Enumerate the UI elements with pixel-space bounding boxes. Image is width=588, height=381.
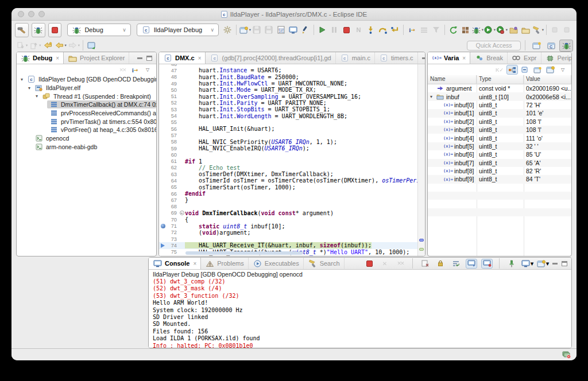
code-line[interactable]: 70{ (159, 216, 417, 223)
overview-ruler[interactable] (417, 64, 425, 256)
minimize-panel-icon[interactable] (137, 57, 142, 59)
variable-row[interactable]: (x)=inbuf[7]uint8_t65 'A' (428, 159, 571, 167)
cpp-perspective-button[interactable]: C (544, 40, 558, 52)
maximize-panel-icon[interactable] (562, 261, 567, 266)
save-all-button[interactable] (263, 23, 275, 37)
debug-tree-item[interactable]: arm-none-eabi-gdb (17, 143, 156, 151)
variables-table-header[interactable]: Name Type Value (428, 75, 571, 84)
instruction-stepping-button[interactable]: i→ (406, 23, 418, 37)
show-logical-structures-button[interactable] (506, 65, 518, 75)
debug-tree-item[interactable]: prvProcessReceivedCommands() at time (17, 109, 156, 118)
terminate-launch-button[interactable] (48, 23, 62, 37)
breakpoint-icon[interactable] (161, 224, 165, 228)
debug-attach-button[interactable] (32, 23, 45, 37)
background-jobs-icon[interactable] (562, 351, 571, 359)
variable-row[interactable]: (x)=inbuf[4]uint8_t111 'o' (428, 134, 571, 142)
new-variables-view-button[interactable] (532, 65, 543, 75)
remove-all-terminated-button[interactable]: ✕✕ (117, 65, 128, 75)
code-line[interactable]: 49 huart.Init.HwFlowCtl = UART_HWCONTROL… (159, 80, 417, 87)
view-menu-button[interactable]: ▽ (142, 65, 153, 75)
titlebar[interactable]: c IldaPlayer - IldaPlayer/src/DMX.c - Ec… (11, 8, 577, 21)
code-line[interactable]: 66#endif (159, 190, 417, 197)
code-line[interactable]: 50 huart.Init.Mode = UART_MODE_TX_RX; (159, 87, 417, 93)
use-step-filters-button[interactable] (430, 23, 442, 37)
expander-icon[interactable]: ▾ (34, 94, 40, 99)
next-annotation-button[interactable]: ▾ (15, 38, 28, 52)
tab-varia[interactable]: (x)=Varia× (428, 52, 470, 64)
forward-history-button[interactable]: ▾ (67, 38, 80, 52)
disconnect-button[interactable]: N (353, 23, 365, 37)
refresh-debug-views-button[interactable] (447, 23, 459, 37)
current-line-marker[interactable] (419, 248, 424, 251)
tab-break[interactable]: Break (470, 52, 508, 64)
code-line[interactable]: 55 (159, 119, 417, 126)
variable-row[interactable]: argumentconst void *0x20001690 <u... (428, 84, 571, 92)
code-line[interactable]: 68 (159, 204, 417, 210)
code-line[interactable]: 67} (159, 197, 417, 203)
show-on-stderr-button[interactable] (481, 259, 493, 269)
maximize-panel-icon[interactable] (146, 56, 152, 61)
remove-launch-button[interactable]: ✕ (379, 259, 390, 269)
debug-tree-item[interactable]: ▾Thread #1 (Suspended : Breakpoint) (17, 92, 156, 100)
code-line[interactable]: 64 osTimerId osTimer = osTimerCreate(osT… (159, 177, 417, 184)
tab-timers-c[interactable]: ctimers.c (375, 52, 418, 64)
code-line[interactable]: 74 HAL_UART_Receive_IT(&huart, inbuf, si… (159, 242, 417, 248)
variable-row[interactable]: (x)=inbuf[0]uint8_t72 'H' (428, 101, 571, 109)
save-button[interactable] (251, 23, 263, 37)
tab-project-explorer[interactable]: Project Explorer (64, 52, 129, 64)
quick-access-input[interactable]: Quick Access (467, 41, 521, 50)
last-edit-location-button[interactable] (42, 38, 54, 52)
code-line[interactable]: 73 (159, 236, 417, 242)
code-line[interactable]: 69void DmxTimerCallback(void const* argu… (159, 210, 417, 216)
show-on-stdout-button[interactable] (466, 259, 477, 269)
tab-executables[interactable]: Executables (249, 258, 304, 269)
step-into-button[interactable] (365, 23, 377, 37)
debug-tree-item[interactable]: ▾cIldaPlayer Debug [GDB OpenOCD Debuggin… (17, 75, 156, 84)
mark-occurrences-button[interactable] (561, 23, 573, 37)
debug-tree-item[interactable]: vPortFree() at heap_4.c:305 0x8016f68 (17, 126, 156, 134)
tab-debug[interactable]: Debug× (17, 52, 64, 64)
tab-search[interactable]: Search (304, 258, 345, 269)
run-history-button[interactable]: ▾ (483, 23, 496, 37)
variable-row[interactable]: (x)=inbuf[3]uint8_t108 'l' (428, 126, 571, 134)
open-console-button[interactable]: ▾ (537, 259, 548, 269)
breakpoint-marker[interactable] (419, 239, 424, 242)
expander-icon[interactable]: ▾ (19, 77, 25, 82)
word-wrap-button[interactable] (450, 259, 462, 269)
column-name[interactable]: Name (428, 75, 477, 84)
suspend-button[interactable] (328, 23, 341, 37)
console-output[interactable]: IldaPlayer Debug [GDB OpenOCD Debugging]… (149, 270, 571, 348)
show-full-frames-button[interactable] (418, 23, 430, 37)
link-with-editor-button[interactable] (86, 38, 98, 52)
resume-button[interactable] (316, 23, 328, 37)
variables-table[interactable]: argumentconst void *0x20001690 <u...▾inb… (428, 84, 571, 256)
debug-history-button[interactable]: ▾ (471, 23, 483, 37)
variable-row[interactable]: (x)=inbuf[8]uint8_t82 'R' (428, 167, 571, 175)
debug-tree-item[interactable]: ▾IldaPlayer.elf (17, 84, 156, 92)
code-line[interactable]: 51 huart.Init.OverSampling = UART_OVERSA… (159, 93, 417, 99)
variable-row[interactable]: ▾inbufuint8_t [10]0x20006e58 <i... (428, 92, 571, 100)
close-tab-icon[interactable]: × (462, 55, 466, 61)
collapse-icon[interactable] (180, 211, 184, 215)
tab-main-c[interactable]: cmain.c (336, 52, 375, 64)
step-over-button[interactable] (377, 23, 389, 37)
horizontal-scrollbar[interactable] (185, 251, 303, 255)
debug-tree-item[interactable]: prvTimerTask() at timers.c:554 0x80191 (17, 117, 156, 126)
previous-annotation-button[interactable]: ▾ (28, 38, 41, 52)
open-resource-button[interactable] (520, 23, 532, 37)
tab-gdb-7-proc-42000-threadgroup-i1-gd[interactable]: c(gdb[7].proc[42000].threadGroup[i1],gd (206, 52, 335, 64)
remove-all-terminated-launches-button[interactable]: ✕✕ (394, 259, 406, 269)
close-tab-icon[interactable]: × (56, 55, 59, 61)
tab-perip[interactable]: Perip (541, 52, 572, 64)
launch-config-combo[interactable]: cIldaPlayer Debug∨ (137, 24, 219, 36)
variable-row[interactable]: (x)=inbuf[2]uint8_t108 'l' (428, 118, 571, 126)
debug-launch-tree[interactable]: ▾cIldaPlayer Debug [GDB OpenOCD Debuggin… (17, 75, 156, 256)
terminate-button[interactable] (341, 23, 353, 37)
expander-icon[interactable]: ▾ (26, 85, 32, 91)
open-perspective-button[interactable] (529, 40, 543, 52)
search-button[interactable]: ▾ (532, 23, 544, 37)
annotation-ruler[interactable] (159, 243, 167, 248)
clear-console-button[interactable] (419, 259, 431, 269)
debug-perspective-button[interactable] (559, 40, 573, 52)
tab-console[interactable]: Console× (149, 258, 201, 269)
